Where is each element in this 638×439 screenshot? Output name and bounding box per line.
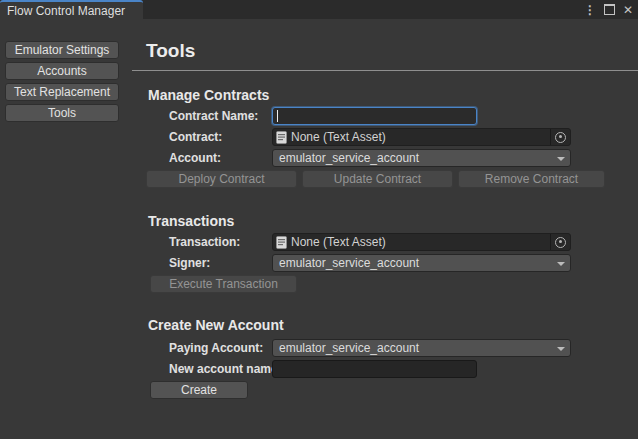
text-asset-icon: [276, 131, 287, 144]
new-account-name-label: New account name:: [169, 362, 272, 376]
account-dropdown[interactable]: emulator_service_account: [272, 149, 571, 167]
kebab-menu-icon[interactable]: ⋮: [584, 4, 596, 16]
create-button[interactable]: Create: [150, 381, 248, 399]
contract-label: Contract:: [169, 130, 272, 144]
new-account-name-input[interactable]: [272, 360, 477, 378]
contract-object-field[interactable]: None (Text Asset): [272, 128, 571, 146]
deploy-contract-button[interactable]: Deploy Contract: [146, 170, 297, 188]
sidebar-item-emulator-settings[interactable]: Emulator Settings: [5, 41, 119, 59]
object-picker-button[interactable]: [550, 234, 570, 250]
paying-account-label: Paying Account:: [169, 341, 272, 355]
page-title: Tools: [146, 40, 638, 62]
chevron-down-icon: [557, 347, 565, 351]
paying-account-dropdown[interactable]: emulator_service_account: [272, 339, 571, 357]
section-transactions: Transactions Transaction: None (Text Ass…: [148, 213, 638, 293]
sidebar-item-text-replacement[interactable]: Text Replacement: [5, 83, 119, 101]
sidebar-item-label: Text Replacement: [14, 85, 110, 99]
titlebar: Flow Control Manager ⋮ ✕: [0, 0, 638, 19]
window-controls: ⋮ ✕: [584, 0, 633, 19]
signer-label: Signer:: [169, 256, 272, 270]
object-picker-button[interactable]: [550, 129, 570, 145]
signer-row: Signer: emulator_service_account: [148, 254, 638, 272]
section-create-new-account: Create New Account Paying Account: emula…: [148, 317, 638, 399]
account-label: Account:: [169, 151, 272, 165]
sidebar-item-label: Accounts: [37, 64, 86, 78]
sidebar: Emulator Settings Accounts Text Replacem…: [5, 41, 119, 125]
new-account-name-row: New account name:: [148, 360, 638, 378]
maximize-icon[interactable]: [604, 4, 615, 15]
transaction-buttons-row: Execute Transaction: [150, 275, 638, 293]
sidebar-item-tools[interactable]: Tools: [5, 104, 119, 122]
section-title: Manage Contracts: [148, 87, 638, 103]
paying-account-dropdown-value: emulator_service_account: [279, 341, 419, 355]
close-icon[interactable]: ✕: [623, 4, 633, 16]
main-panel: Tools Manage Contracts Contract Name: Co…: [132, 19, 638, 399]
transaction-row: Transaction: None (Text Asset): [148, 233, 638, 251]
contract-name-label: Contract Name:: [169, 109, 272, 123]
signer-dropdown[interactable]: emulator_service_account: [272, 254, 571, 272]
contract-row: Contract: None (Text Asset): [148, 128, 638, 146]
create-buttons-row: Create: [150, 381, 638, 399]
paying-account-row: Paying Account: emulator_service_account: [148, 339, 638, 357]
object-picker-icon: [555, 132, 566, 143]
account-row: Account: emulator_service_account: [148, 149, 638, 167]
execute-transaction-button[interactable]: Execute Transaction: [150, 275, 297, 293]
section-title: Create New Account: [148, 317, 638, 333]
account-dropdown-value: emulator_service_account: [279, 151, 419, 165]
section-manage-contracts: Manage Contracts Contract Name: Contract…: [148, 87, 638, 188]
text-cursor: [277, 110, 278, 122]
object-picker-icon: [555, 237, 566, 248]
chevron-down-icon: [557, 157, 565, 161]
chevron-down-icon: [557, 262, 565, 266]
contract-buttons-row: Deploy Contract Update Contract Remove C…: [146, 170, 638, 188]
sidebar-item-accounts[interactable]: Accounts: [5, 62, 119, 80]
signer-dropdown-value: emulator_service_account: [279, 256, 419, 270]
transaction-object-value: None (Text Asset): [291, 235, 550, 249]
text-asset-icon: [276, 236, 287, 249]
contract-name-input[interactable]: [272, 107, 477, 125]
sidebar-item-label: Tools: [48, 106, 76, 120]
section-title: Transactions: [148, 213, 638, 229]
transaction-object-field[interactable]: None (Text Asset): [272, 233, 571, 251]
window-tab[interactable]: Flow Control Manager: [0, 0, 143, 19]
contract-name-row: Contract Name:: [148, 107, 638, 125]
contract-object-value: None (Text Asset): [291, 130, 550, 144]
update-contract-button[interactable]: Update Contract: [302, 170, 453, 188]
title-divider: [132, 70, 638, 71]
transaction-label: Transaction:: [169, 235, 272, 249]
window-title: Flow Control Manager: [7, 4, 125, 18]
flow-control-manager-window: Flow Control Manager ⋮ ✕ Emulator Settin…: [0, 0, 638, 439]
remove-contract-button[interactable]: Remove Contract: [458, 170, 605, 188]
sidebar-item-label: Emulator Settings: [15, 43, 110, 57]
